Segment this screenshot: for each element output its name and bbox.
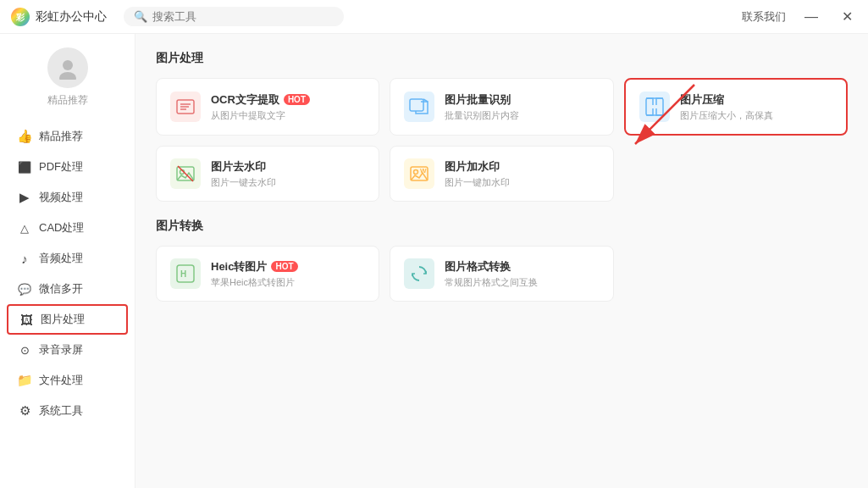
sidebar-item-label-featured: 精品推荐 <box>39 129 83 144</box>
removewm-icon-box <box>170 158 201 189</box>
sidebar-item-cad[interactable]: △ CAD处理 <box>0 213 135 243</box>
audio-icon: ♪ <box>17 252 32 266</box>
svg-point-15 <box>414 170 418 175</box>
close-button[interactable]: ✕ <box>837 7 858 26</box>
addwm-icon: W <box>407 162 431 186</box>
heic-icon-box: H <box>170 258 201 289</box>
sidebar-item-image[interactable]: 🖼 图片处理 <box>7 304 128 335</box>
addwm-info: 图片加水印 图片一键加水印 <box>445 159 510 189</box>
removewm-icon <box>174 162 197 186</box>
sidebar-item-label-pdf: PDF处理 <box>39 159 83 175</box>
username-label: 精品推荐 <box>47 93 88 108</box>
sidebar-item-record[interactable]: ⊙ 录音录屏 <box>0 335 135 365</box>
sidebar-nav: 👍 精品推荐 ⬛ PDF处理 ▶ 视频处理 △ CAD处理 ♪ 音频处理 💬 <box>0 121 135 426</box>
sidebar-item-label-record: 录音录屏 <box>39 342 83 358</box>
ocr-icon <box>174 95 197 119</box>
title-bar: 彩 彩虹办公中心 🔍 联系我们 — ✕ <box>0 0 868 34</box>
addwm-icon-box: W <box>404 158 434 189</box>
sidebar-item-file[interactable]: 📁 文件处理 <box>0 365 135 396</box>
ocr-info: OCR文字提取 HOT 从图片中提取文字 <box>211 92 310 122</box>
compress-icon-box <box>639 92 670 122</box>
compress-name: 图片压缩 <box>680 92 773 108</box>
batch-info: 图片批量识别 批量识别图片内容 <box>445 92 519 122</box>
tool-card-addwm[interactable]: W 图片加水印 图片一键加水印 <box>390 146 613 202</box>
svg-point-2 <box>63 60 73 70</box>
heic-name: Heic转图片 HOT <box>211 259 298 274</box>
image-process-grid: OCR文字提取 HOT 从图片中提取文字 <box>156 78 848 202</box>
record-icon: ⊙ <box>17 344 32 357</box>
sidebar-item-audio[interactable]: ♪ 音频处理 <box>0 243 135 274</box>
formatconv-desc: 常规图片格式之间互换 <box>445 276 538 289</box>
svg-text:H: H <box>180 269 186 279</box>
sidebar-item-label-image: 图片处理 <box>41 312 85 327</box>
tool-card-removewm[interactable]: 图片去水印 图片一键去水印 <box>156 146 379 202</box>
image-process-section: 图片处理 OCR文字提取 H <box>156 51 848 202</box>
video-icon: ▶ <box>17 190 32 205</box>
removewm-info: 图片去水印 图片一键去水印 <box>211 159 276 189</box>
file-icon: 📁 <box>17 373 32 388</box>
sidebar-item-label-video: 视频处理 <box>39 190 83 205</box>
batch-icon <box>407 95 431 119</box>
avatar[interactable] <box>47 47 88 88</box>
compress-icon <box>643 95 666 119</box>
title-bar-actions: 联系我们 — ✕ <box>742 7 858 26</box>
formatconv-icon <box>407 262 431 286</box>
removewm-desc: 图片一键去水印 <box>211 176 276 189</box>
heic-icon: H <box>174 262 197 286</box>
ocr-icon-box <box>170 92 201 122</box>
svg-rect-10 <box>646 98 663 115</box>
sidebar: 精品推荐 👍 精品推荐 ⬛ PDF处理 ▶ 视频处理 △ CAD处理 ♪ 音频处… <box>0 34 135 488</box>
tool-card-formatconv[interactable]: 图片格式转换 常规图片格式之间互换 <box>390 246 613 302</box>
formatconv-name: 图片格式转换 <box>445 259 538 274</box>
svg-text:彩: 彩 <box>15 13 25 22</box>
sidebar-item-wechat[interactable]: 💬 微信多开 <box>0 274 135 304</box>
addwm-name: 图片加水印 <box>445 159 510 175</box>
batch-desc: 批量识别图片内容 <box>445 109 519 122</box>
image-convert-grid: H Heic转图片 HOT 苹果Heic格式转图片 <box>156 246 848 302</box>
sidebar-item-label-wechat: 微信多开 <box>39 281 83 297</box>
ocr-desc: 从图片中提取文字 <box>211 109 310 122</box>
tool-card-ocr[interactable]: OCR文字提取 HOT 从图片中提取文字 <box>156 78 379 136</box>
sidebar-item-featured[interactable]: 👍 精品推荐 <box>0 121 135 152</box>
removewm-name: 图片去水印 <box>211 159 276 175</box>
contact-us-link[interactable]: 联系我们 <box>742 9 786 25</box>
pdf-icon: ⬛ <box>17 161 32 174</box>
tool-card-batch[interactable]: 图片批量识别 批量识别图片内容 <box>390 78 613 136</box>
wechat-icon: 💬 <box>17 283 32 296</box>
heic-desc: 苹果Heic格式转图片 <box>211 276 298 289</box>
addwm-desc: 图片一键加水印 <box>445 176 510 189</box>
sidebar-item-label-file: 文件处理 <box>39 373 83 388</box>
sidebar-item-label-cad: CAD处理 <box>39 220 84 236</box>
cad-icon: △ <box>17 222 32 235</box>
sidebar-item-label-system: 系统工具 <box>39 403 83 419</box>
svg-point-3 <box>59 72 76 80</box>
app-title: 彩虹办公中心 <box>36 9 107 25</box>
logo-icon: 彩 <box>10 7 30 27</box>
content-area: 图片处理 OCR文字提取 H <box>135 34 868 488</box>
featured-icon: 👍 <box>17 129 32 144</box>
hot-badge-heic: HOT <box>271 261 297 272</box>
tool-card-heic[interactable]: H Heic转图片 HOT 苹果Heic格式转图片 <box>156 246 379 302</box>
minimize-button[interactable]: — <box>799 8 823 26</box>
tool-card-compress[interactable]: 图片压缩 图片压缩大小，高保真 <box>624 78 848 136</box>
svg-rect-8 <box>410 99 423 111</box>
avatar-icon <box>56 56 80 80</box>
search-box[interactable]: 🔍 <box>124 7 344 26</box>
image-convert-title: 图片转换 <box>156 219 848 234</box>
sidebar-item-video[interactable]: ▶ 视频处理 <box>0 182 135 213</box>
image-icon: 🖼 <box>19 313 34 327</box>
ocr-name: OCR文字提取 HOT <box>211 92 310 108</box>
sidebar-item-system[interactable]: ⚙ 系统工具 <box>0 396 135 426</box>
image-process-title: 图片处理 <box>156 51 848 66</box>
batch-icon-box <box>404 92 434 122</box>
main-layout: 精品推荐 👍 精品推荐 ⬛ PDF处理 ▶ 视频处理 △ CAD处理 ♪ 音频处… <box>0 34 868 488</box>
heic-info: Heic转图片 HOT 苹果Heic格式转图片 <box>211 259 298 289</box>
svg-text:W: W <box>420 167 427 175</box>
system-icon: ⚙ <box>17 403 32 419</box>
compress-info: 图片压缩 图片压缩大小，高保真 <box>680 92 773 122</box>
formatconv-icon-box <box>404 258 434 289</box>
search-input[interactable] <box>152 10 334 23</box>
hot-badge-ocr: HOT <box>284 94 310 105</box>
image-convert-section: 图片转换 H Heic转图片 HOT 苹 <box>156 219 848 302</box>
sidebar-item-pdf[interactable]: ⬛ PDF处理 <box>0 152 135 182</box>
